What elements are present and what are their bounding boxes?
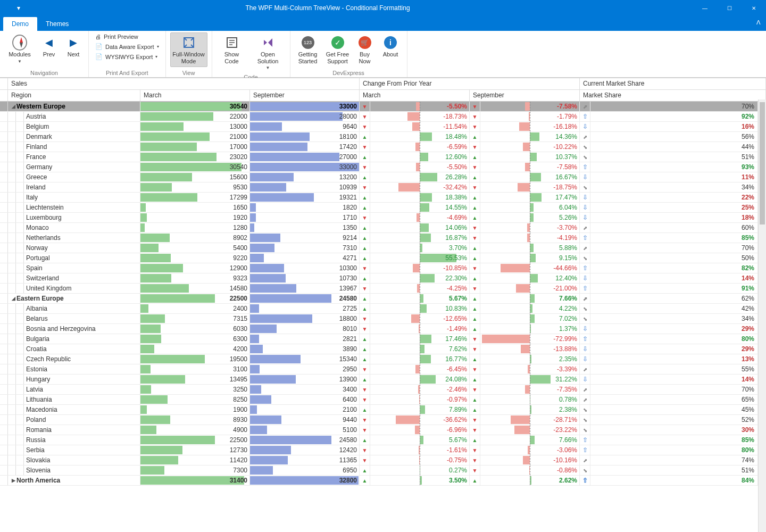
export-icon: 📄 xyxy=(95,43,103,50)
arrow-left-icon: ◀ xyxy=(41,35,56,50)
wysiwyg-export-button[interactable]: 📄WYSIWYG Export▾ xyxy=(93,52,161,61)
data-aware-export-button[interactable]: 📄Data Aware Export▾ xyxy=(93,42,161,51)
print-preview-button[interactable]: 🖨Print Preview xyxy=(93,32,161,41)
navigation-group-label: Navigation xyxy=(4,69,84,77)
support-icon: ✓ xyxy=(330,35,345,50)
about-label: About xyxy=(383,51,398,58)
ribbon-group-print-export: 🖨Print Preview 📄Data Aware Export▾ 📄WYSI… xyxy=(89,31,166,77)
free-support-button[interactable]: ✓ Get Free Support xyxy=(324,32,351,67)
prev-button[interactable]: ◀ Prev xyxy=(38,32,60,61)
next-button[interactable]: ▶ Next xyxy=(63,32,84,61)
fullscreen-icon xyxy=(181,35,196,50)
window-buttons: — ☐ ✕ xyxy=(693,0,766,16)
show-code-button[interactable]: Show Code xyxy=(217,32,247,67)
buy-now-button[interactable]: 🛒 Buy Now xyxy=(354,32,376,67)
tab-demo[interactable]: Demo xyxy=(3,17,37,31)
ribbon-group-navigation: Modules ▼ ◀ Prev ▶ Next Navigation xyxy=(0,31,89,77)
info-icon: i xyxy=(383,35,398,50)
full-window-label: Full-Window Mode xyxy=(172,51,206,64)
ribbon-group-devexpress: 123 Getting Started ✓ Get Free Support 🛒… xyxy=(290,31,407,77)
ribbon: Modules ▼ ◀ Prev ▶ Next Navigation 🖨Prin… xyxy=(0,31,766,78)
prev-label: Prev xyxy=(43,51,55,58)
code-group-label: Code xyxy=(217,73,286,78)
compass-icon xyxy=(12,35,27,50)
ribbon-tabs: Demo Themes ᐱ xyxy=(0,16,766,31)
open-solution-label: Open Solution xyxy=(252,51,284,64)
modules-button[interactable]: Modules ▼ xyxy=(4,32,35,66)
print-preview-label: Print Preview xyxy=(104,34,138,40)
arrow-right-icon: ▶ xyxy=(66,35,81,50)
getting-started-icon: 123 xyxy=(301,35,315,50)
chevron-down-icon: ▼ xyxy=(18,59,22,64)
window-title: The WPF Multi-Column TreeView - Conditio… xyxy=(37,4,693,12)
chevron-down-icon: ▾ xyxy=(155,54,157,59)
data-aware-label: Data Aware Export xyxy=(105,44,154,50)
maximize-button[interactable]: ☐ xyxy=(717,0,742,16)
next-label: Next xyxy=(68,51,80,58)
getting-started-button[interactable]: 123 Getting Started xyxy=(295,32,321,67)
print-export-group-label: Print And Export xyxy=(93,69,161,77)
chevron-down-icon: ▾ xyxy=(157,44,159,49)
open-solution-button[interactable]: Open Solution ▼ xyxy=(251,32,286,73)
ribbon-group-code: Show Code Open Solution ▼ Code xyxy=(212,31,290,77)
tab-themes[interactable]: Themes xyxy=(37,17,77,31)
full-window-mode-button[interactable]: Full-Window Mode xyxy=(170,32,207,67)
export-icon: 📄 xyxy=(95,53,103,60)
buy-now-label: Buy Now xyxy=(356,51,374,64)
getting-started-label: Getting Started xyxy=(296,51,320,64)
app-menu-icon[interactable]: ▾ xyxy=(0,0,37,16)
wysiwyg-label: WYSIWYG Export xyxy=(105,54,153,60)
free-support-label: Get Free Support xyxy=(326,51,349,64)
minimize-button[interactable]: — xyxy=(693,0,717,16)
title-bar: ▾ The WPF Multi-Column TreeView - Condit… xyxy=(0,0,766,16)
ribbon-group-view: Full-Window Mode View xyxy=(166,31,212,77)
devexpress-group-label: DevExpress xyxy=(295,69,403,77)
modules-label: Modules xyxy=(9,51,31,58)
code-icon xyxy=(224,35,239,50)
close-button[interactable]: ✕ xyxy=(742,0,766,16)
view-group-label: View xyxy=(170,69,207,77)
visual-studio-icon xyxy=(261,35,276,50)
chevron-down-icon: ▼ xyxy=(266,65,270,70)
print-preview-icon: 🖨 xyxy=(95,34,101,40)
collapse-ribbon-icon[interactable]: ᐱ xyxy=(756,19,761,26)
buy-icon: 🛒 xyxy=(357,35,372,50)
about-button[interactable]: i About xyxy=(379,32,403,61)
show-code-label: Show Code xyxy=(218,51,246,64)
